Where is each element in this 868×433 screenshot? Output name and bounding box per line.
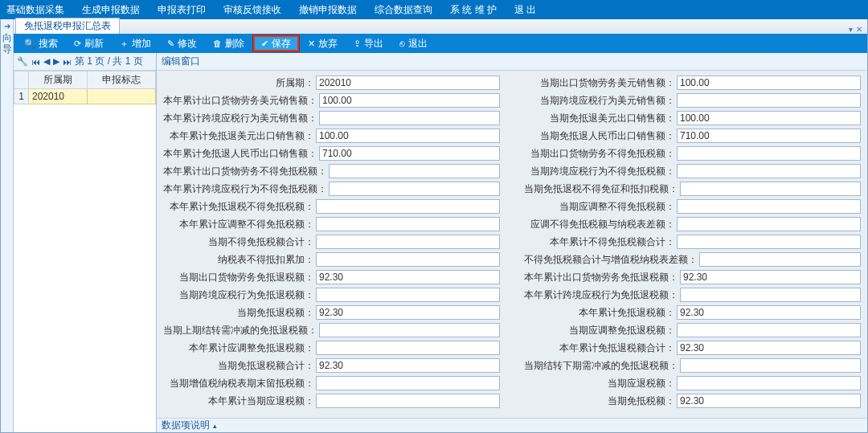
field-input[interactable] <box>319 111 500 125</box>
field-input[interactable] <box>316 305 500 320</box>
field-right-10: 不得免抵税额合计与增值税纳税表差额： <box>524 252 861 267</box>
field-input[interactable] <box>319 93 500 108</box>
prev-page-icon[interactable]: ◀ <box>43 56 50 67</box>
field-input[interactable] <box>316 76 500 90</box>
field-input[interactable] <box>680 288 861 302</box>
field-input[interactable] <box>316 358 500 373</box>
discard-button[interactable]: ✕放弃 <box>301 35 345 51</box>
field-input[interactable] <box>677 129 861 143</box>
field-label: 本年累计应调整免抵退税额： <box>163 341 316 355</box>
field-label: 当期不得免抵税额合计： <box>163 235 316 249</box>
menu-item-6[interactable]: 系 统 维 护 <box>450 3 497 17</box>
field-input[interactable] <box>316 199 500 214</box>
field-input[interactable] <box>677 146 861 161</box>
toolbar: 🔍搜索 ⟳刷新 ＋增加 ✎修改 🗑删除 ✔保存 ✕放弃 ⇪导出 ⎋退出 <box>14 34 867 53</box>
field-input[interactable] <box>316 217 500 231</box>
menu-item-3[interactable]: 审核反馈接收 <box>223 3 281 17</box>
tab-summary[interactable]: 免抵退税申报汇总表 <box>15 18 120 34</box>
field-label: 纳税表不得抵扣累加： <box>163 253 316 267</box>
edit-icon: ✎ <box>167 39 174 49</box>
field-right-2: 当期免抵退美元出口销售额： <box>524 111 861 125</box>
field-left-15: 本年累计应调整免抵退税额： <box>163 341 500 355</box>
field-input[interactable] <box>316 252 500 267</box>
delete-button[interactable]: 🗑删除 <box>206 35 252 51</box>
menu-item-1[interactable]: 生成申报数据 <box>82 3 140 17</box>
field-input[interactable] <box>316 394 500 408</box>
workspace: 免抵退税申报汇总表 ▾ ✕ 🔍搜索 ⟳刷新 ＋增加 ✎修改 🗑删除 ✔保存 ✕放… <box>14 19 867 432</box>
field-right-14: 当期应调整免抵退税额： <box>524 323 861 337</box>
wrench-icon[interactable]: 🔧 <box>17 56 28 67</box>
period-grid[interactable]: 所属期 申报标志 1202010 <box>14 71 156 432</box>
field-label: 本年累计免抵退人民币出口销售额： <box>163 147 319 161</box>
last-page-icon[interactable]: ⏭ <box>63 57 72 67</box>
refresh-button[interactable]: ⟳刷新 <box>67 35 111 51</box>
field-input[interactable] <box>677 305 861 320</box>
field-label: 当期应调整免抵退税额： <box>524 324 677 337</box>
field-input[interactable] <box>680 358 861 373</box>
field-input[interactable] <box>677 164 861 178</box>
field-input[interactable] <box>699 252 861 267</box>
field-left-14: 当期上期结转需冲减的免抵退税额： <box>163 323 500 337</box>
field-input[interactable] <box>677 76 861 90</box>
cell-period[interactable]: 202010 <box>29 89 88 104</box>
field-right-8: 应调不得免抵税额与纳税表差额： <box>524 217 861 231</box>
first-page-icon[interactable]: ⏮ <box>31 57 40 67</box>
form-area[interactable]: 所属期：当期出口货物劳务美元销售额：本年累计出口货物劳务美元销售额：当期跨境应税… <box>157 71 867 418</box>
export-button[interactable]: ⇪导出 <box>346 35 391 51</box>
field-input[interactable] <box>316 341 500 355</box>
field-input[interactable] <box>677 199 861 214</box>
field-input[interactable] <box>316 288 500 302</box>
field-input[interactable] <box>677 93 861 108</box>
menu-item-4[interactable]: 撤销申报数据 <box>299 3 357 17</box>
exit-button[interactable]: ⎋退出 <box>392 35 435 51</box>
menu-item-7[interactable]: 退 出 <box>514 3 536 17</box>
col-period[interactable]: 所属期 <box>29 71 88 89</box>
field-input[interactable] <box>329 164 500 178</box>
field-input[interactable] <box>677 394 861 408</box>
edit-button[interactable]: ✎修改 <box>160 35 204 51</box>
cell-flag[interactable] <box>88 89 156 104</box>
next-page-icon[interactable]: ▶ <box>53 56 59 67</box>
field-input[interactable] <box>677 217 861 231</box>
field-input[interactable] <box>316 270 500 284</box>
field-label: 本年累计免抵退税额： <box>524 306 677 320</box>
field-input[interactable] <box>319 146 500 161</box>
field-left-3: 本年累计免抵退美元出口销售额： <box>163 129 500 143</box>
field-label: 当期免抵退美元出口销售额： <box>524 112 677 125</box>
field-input[interactable] <box>316 376 500 390</box>
field-input[interactable] <box>677 341 861 355</box>
wizard-sidebar[interactable]: ➔ 向导 <box>1 19 14 432</box>
field-label: 本年累计跨境应税行为美元销售额： <box>163 112 319 125</box>
field-input[interactable] <box>677 323 861 337</box>
field-input[interactable] <box>677 111 861 125</box>
table-row[interactable]: 1202010 <box>14 89 156 104</box>
field-right-4: 当期出口货物劳务不得免抵税额： <box>524 146 861 161</box>
field-input[interactable] <box>316 129 500 143</box>
menu-item-5[interactable]: 综合数据查询 <box>375 3 432 17</box>
menu-item-2[interactable]: 申报表打印 <box>158 3 206 17</box>
field-left-9: 当期不得免抵税额合计： <box>163 235 500 249</box>
field-input[interactable] <box>316 235 500 249</box>
field-label: 本年累计应调整不得免抵税额： <box>163 218 316 231</box>
field-input[interactable] <box>680 270 861 284</box>
field-input[interactable] <box>677 376 861 390</box>
field-left-2: 本年累计跨境应税行为美元销售额： <box>163 111 500 125</box>
field-input[interactable] <box>329 182 500 196</box>
field-right-6: 当期免抵退税不得免征和抵扣税额： <box>524 182 861 196</box>
menu-item-0[interactable]: 基础数据采集 <box>6 3 64 17</box>
add-button[interactable]: ＋增加 <box>113 35 158 51</box>
field-help-section[interactable]: 数据项说明▴ <box>157 418 867 432</box>
col-flag[interactable]: 申报标志 <box>88 71 156 89</box>
field-label: 本年累计出口货物劳务美元销售额： <box>163 94 319 108</box>
field-right-17: 当期应退税额： <box>524 376 861 390</box>
save-button[interactable]: ✔保存 <box>253 35 299 51</box>
tab-close-icon[interactable]: ✕ <box>856 25 862 34</box>
field-input[interactable] <box>680 182 861 196</box>
field-right-5: 当期跨境应税行为不得免抵税额： <box>524 164 861 178</box>
tab-bar: 免抵退税申报汇总表 ▾ ✕ <box>14 19 867 34</box>
tab-minimize-icon[interactable]: ▾ <box>849 25 853 34</box>
field-input[interactable] <box>319 323 500 337</box>
field-right-3: 当期免抵退人民币出口销售额： <box>524 129 861 143</box>
field-input[interactable] <box>677 235 861 249</box>
search-button[interactable]: 🔍搜索 <box>17 35 65 51</box>
